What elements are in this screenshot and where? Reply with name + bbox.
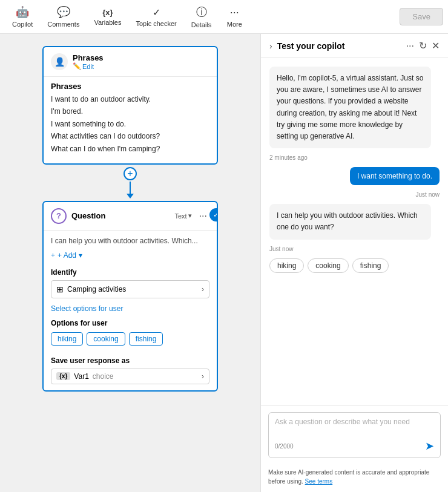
toolbar-comments[interactable]: 💬 Comments [40,3,87,30]
connector: + [124,167,137,198]
quick-reply-chip[interactable]: hiking [269,258,304,273]
chevron-down-icon: ▾ [188,212,192,220]
toolbar-comments-label: Comments [47,21,79,28]
more-options-button[interactable]: ··· [197,211,209,221]
add-chevron-icon: ▾ [79,251,82,260]
toolbar-variables-label: Variables [94,19,121,26]
refresh-icon[interactable]: ↻ [419,40,427,51]
quick-replies: hikingcookingfishing [269,258,389,273]
phrase-item: What can I do when I'm camping? [51,143,209,155]
send-button[interactable]: ➤ [425,439,434,453]
add-button[interactable]: + + Add ▾ [51,251,209,260]
copilot-icon: 🤖 [16,5,29,19]
toolbar-more[interactable]: ··· More [219,4,250,30]
add-icon: + [51,251,55,260]
toolbar-topic-checker-label: Topic checker [136,20,176,27]
test-title: Test your copilot [277,41,401,51]
options-label: Options for user [51,319,209,327]
var-chevron-icon: › [202,372,204,381]
test-input-footer: 0/2000 ➤ [275,439,434,453]
question-card: ✓ ? Question Text ▾ ··· I can help you w… [42,201,218,392]
see-terms-link[interactable]: See terms [305,478,333,485]
message-time: Just now [416,191,440,198]
add-node-button[interactable]: + [124,167,137,180]
identify-value: Camping activities [67,285,126,294]
phrase-item: I'm bored. [51,105,209,117]
question-body: I can help you with outdoor activities. … [44,231,217,390]
toolbar-copilot-label: Copilot [12,21,33,28]
save-button[interactable]: Save [400,8,443,25]
phrases-title-wrap: Phrases ✏️ Edit [73,53,104,70]
edit-pencil-icon: ✏️ [73,62,81,70]
question-icon: ? [51,208,67,224]
option-chip[interactable]: cooking [87,332,125,346]
close-icon[interactable]: ✕ [432,40,440,51]
test-input-placeholder[interactable]: Ask a question or describe what you need [275,418,434,436]
canvas: 👤 Phrases ✏️ Edit Phrases I want to do a… [0,34,260,492]
toolbar-details-label: Details [191,21,212,28]
topic-checker-icon: ✓ [153,7,160,18]
variables-icon: {x} [102,8,113,17]
toolbar-topic-checker[interactable]: ✓ Topic checker [128,4,183,30]
bot-message: I can help you with outdoor activities. … [269,204,431,239]
more-options-test-button[interactable]: ··· [406,41,414,51]
main-area: 👤 Phrases ✏️ Edit Phrases I want to do a… [0,34,448,492]
phrases-title: Phrases [73,53,104,62]
details-icon: ⓘ [196,5,207,19]
phrase-item: I want something to do. [51,118,209,130]
toolbar-copilot[interactable]: 🤖 Copilot [5,3,40,30]
connector-arrow [127,194,134,198]
test-header: › Test your copilot ··· ↻ ✕ [261,34,448,58]
text-type-badge[interactable]: Text ▾ [174,212,191,220]
quick-reply-chip[interactable]: cooking [308,258,348,273]
quick-reply-chip[interactable]: fishing [352,258,389,273]
phrases-body: Phrases I want to do an outdoor activity… [44,76,217,163]
var-type: choice [93,372,114,381]
toolbar-details[interactable]: ⓘ Details [184,2,219,31]
var-row-left: {x} Var1 choice [56,372,114,381]
message-time: Just now [269,246,293,252]
phrases-card: 👤 Phrases ✏️ Edit Phrases I want to do a… [42,46,218,165]
phrases-body-label: Phrases [51,82,209,91]
toolbar: 🤖 Copilot 💬 Comments {x} Variables ✓ Top… [0,0,448,34]
phrases-header: 👤 Phrases ✏️ Edit [44,47,217,76]
option-chip[interactable]: hiking [51,332,83,346]
bot-message: Hello, I'm copilot-5, a virtual assistan… [269,67,431,148]
more-icon: ··· [230,6,239,19]
test-panel: › Test your copilot ··· ↻ ✕ Hello, I'm c… [260,34,448,492]
message-time: 2 minutes ago [269,154,308,161]
identify-label: Identify [51,268,209,277]
question-header: ? Question Text ▾ ··· [44,202,217,231]
phrase-item: What activities can I do outdoors? [51,130,209,142]
toolbar-variables[interactable]: {x} Variables [87,5,128,28]
expand-icon[interactable]: › [269,41,272,51]
option-chip[interactable]: fishing [129,332,163,346]
grid-icon: ⊞ [56,284,64,294]
var-row[interactable]: {x} Var1 choice › [51,369,209,384]
identify-row-left: ⊞ Camping activities [56,284,126,294]
disclaimer-text: Make sure AI-generated content is accura… [268,469,429,485]
question-title: Question [71,211,170,220]
toolbar-more-label: More [227,21,242,28]
chevron-right-icon: › [202,285,204,294]
disclaimer: Make sure AI-generated content is accura… [261,464,448,492]
check-badge: ✓ [209,208,218,221]
var-name: Var1 [74,372,88,381]
var-badge: {x} [56,372,70,380]
question-preview: I can help you with outdoor activities. … [51,237,209,245]
options-chips: hikingcookingfishing [51,332,209,350]
save-response-label: Save user response as [51,356,209,365]
phrases-edit-button[interactable]: ✏️ Edit [73,62,104,70]
identify-row[interactable]: ⊞ Camping activities › [51,280,209,298]
phrases-list: I want to do an outdoor activity.I'm bor… [51,93,209,155]
phrase-item: I want to do an outdoor activity. [51,93,209,105]
comments-icon: 💬 [57,5,70,19]
test-messages: Hello, I'm copilot-5, a virtual assistan… [261,58,448,405]
test-input-area: Ask a question or describe what you need… [261,405,448,464]
select-options-link[interactable]: Select options for user [51,304,209,313]
connector-line [130,182,131,194]
test-input-box: Ask a question or describe what you need… [268,412,441,458]
user-message: I want something to do. [350,167,440,185]
phrases-avatar-icon: 👤 [51,53,68,70]
char-count: 0/2000 [275,443,294,450]
